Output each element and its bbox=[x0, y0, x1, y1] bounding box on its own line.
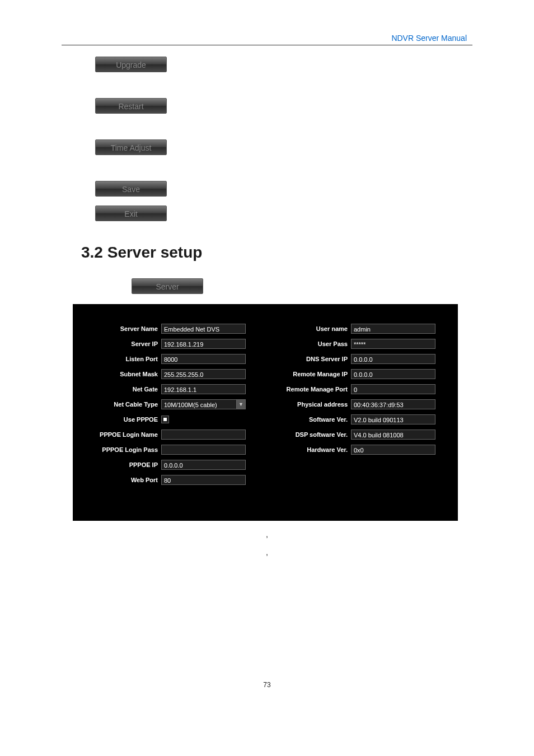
dns-server-ip-input[interactable]: 0.0.0.0 bbox=[351, 354, 435, 364]
panel-right-column: User name admin User Pass ***** DNS Serv… bbox=[279, 321, 435, 487]
user-pass-input[interactable]: ***** bbox=[351, 339, 435, 349]
hardware-ver-label: Hardware Ver. bbox=[279, 446, 351, 453]
remote-manage-port-input[interactable]: 0 bbox=[351, 384, 435, 394]
caption-line-1: , bbox=[62, 530, 472, 539]
upgrade-button[interactable]: Upgrade bbox=[95, 57, 167, 72]
physical-address-label: Physical address bbox=[279, 401, 351, 408]
pppoe-login-pass-input[interactable] bbox=[161, 445, 246, 455]
use-pppoe-label: Use PPPOE bbox=[90, 416, 161, 423]
dns-server-ip-label: DNS Server IP bbox=[279, 356, 351, 362]
pppoe-ip-input[interactable]: 0.0.0.0 bbox=[161, 460, 246, 470]
pppoe-ip-label: PPPOE IP bbox=[90, 461, 161, 468]
pppoe-login-pass-label: PPPOE Login Pass bbox=[90, 446, 161, 453]
panel-left-column: Server Name Embedded Net DVS Server IP 1… bbox=[90, 321, 246, 487]
software-ver-value: V2.0 build 090113 bbox=[351, 414, 435, 424]
server-ip-label: Server IP bbox=[90, 340, 161, 347]
page-number: 73 bbox=[0, 681, 534, 689]
server-name-input[interactable]: Embedded Net DVS bbox=[161, 324, 246, 334]
server-ip-input[interactable]: 192.168.1.219 bbox=[161, 339, 246, 349]
listen-port-input[interactable]: 8000 bbox=[161, 354, 246, 364]
listen-port-label: Listen Port bbox=[90, 356, 161, 362]
software-ver-label: Software Ver. bbox=[279, 416, 351, 423]
net-cable-type-label: Net Cable Type bbox=[90, 401, 161, 408]
subnet-mask-input[interactable]: 255.255.255.0 bbox=[161, 369, 246, 379]
page: NDVR Server Manual Upgrade Restart Time … bbox=[0, 0, 534, 756]
remote-manage-ip-label: Remote Manage IP bbox=[279, 371, 351, 377]
dsp-software-ver-value: V4.0 build 081008 bbox=[351, 430, 435, 440]
caption-line-2: , bbox=[62, 548, 472, 557]
web-port-label: Web Port bbox=[90, 477, 161, 483]
net-gate-label: Net Gate bbox=[90, 386, 161, 393]
pppoe-login-name-input[interactable] bbox=[161, 430, 246, 440]
header-title: NDVR Server Manual bbox=[62, 34, 472, 43]
chevron-down-icon[interactable]: ▼ bbox=[237, 399, 246, 409]
web-port-input[interactable]: 80 bbox=[161, 475, 246, 485]
physical-address-value: 00:40:36:37:d9:53 bbox=[351, 399, 435, 409]
user-name-label: User name bbox=[279, 325, 351, 332]
hardware-ver-value: 0x0 bbox=[351, 445, 435, 455]
remote-manage-port-label: Remote Manage Port bbox=[279, 386, 351, 393]
section-title: 3.2 Server setup bbox=[81, 244, 472, 262]
use-pppoe-checkbox[interactable] bbox=[161, 416, 169, 423]
save-button[interactable]: Save bbox=[95, 181, 167, 197]
remote-manage-ip-input[interactable]: 0.0.0.0 bbox=[351, 369, 435, 379]
exit-button[interactable]: Exit bbox=[95, 206, 167, 221]
pppoe-login-name-label: PPPOE Login Name bbox=[90, 431, 161, 438]
net-cable-type-select[interactable]: 10M/100M(5 cable) bbox=[161, 399, 237, 409]
button-column: Upgrade Restart Time Adjust Save Exit bbox=[95, 57, 472, 221]
time-adjust-button[interactable]: Time Adjust bbox=[95, 139, 167, 155]
restart-button[interactable]: Restart bbox=[95, 98, 167, 114]
header-divider bbox=[62, 45, 472, 45]
subnet-mask-label: Subnet Mask bbox=[90, 371, 161, 377]
user-name-input[interactable]: admin bbox=[351, 324, 435, 334]
server-name-label: Server Name bbox=[90, 325, 161, 332]
net-gate-input[interactable]: 192.168.1.1 bbox=[161, 384, 246, 394]
dsp-software-ver-label: DSP software Ver. bbox=[279, 431, 351, 438]
user-pass-label: User Pass bbox=[279, 340, 351, 347]
server-setup-panel: Server Name Embedded Net DVS Server IP 1… bbox=[73, 304, 458, 521]
server-button[interactable]: Server bbox=[132, 278, 203, 294]
